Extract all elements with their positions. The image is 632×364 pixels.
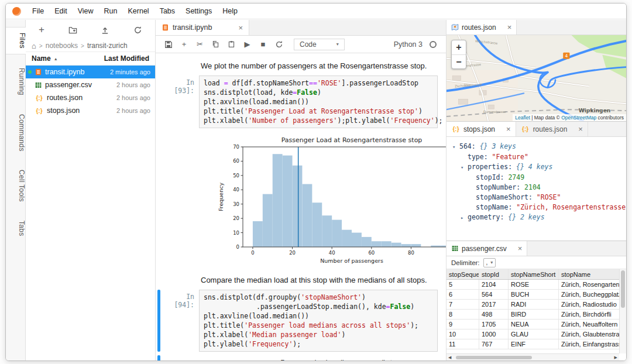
notebook-content[interactable]: We plot the number of passengers at the … xyxy=(156,53,446,360)
delimiter-dropdown[interactable]: , ▾ xyxy=(483,258,496,267)
code-cell-93[interactable]: In [93]: load = df[df.stopNameShort=='RO… xyxy=(156,74,446,130)
column-name-header[interactable]: Name xyxy=(32,54,51,63)
json-tree-row[interactable]: type: "Feature" xyxy=(450,152,623,162)
collapsed-arrow-icon[interactable]: ▸ xyxy=(461,213,468,223)
json-tree-row[interactable]: stopNumber: 2104 xyxy=(450,183,623,193)
cell-type-dropdown[interactable]: Code ▾ xyxy=(294,39,345,50)
tab-transit-ipynb[interactable]: transit.ipynb × xyxy=(156,20,249,35)
csv-row[interactable]: 91705NEUAZürich, Neuaffoltern xyxy=(446,320,619,329)
markdown-cell-2[interactable]: Compare the median load at this stop wit… xyxy=(156,272,446,288)
close-tab-icon[interactable]: × xyxy=(498,125,511,133)
openstreetmap-link[interactable]: OpenStreetMap xyxy=(561,115,596,121)
csv-row[interactable]: 72017RADIZürich, Radiostudio xyxy=(446,300,619,310)
menu-view[interactable]: View xyxy=(73,4,99,19)
csv-row[interactable]: 6564BUCHZürich, Bucheggplatz xyxy=(446,290,619,300)
vertical-scrollbar[interactable] xyxy=(619,269,626,353)
scrollbar-thumb[interactable] xyxy=(621,270,625,308)
menu-run[interactable]: Run xyxy=(99,4,123,19)
close-tab-icon[interactable]: × xyxy=(499,23,512,32)
close-tab-icon[interactable]: × xyxy=(230,23,243,32)
save-button[interactable] xyxy=(160,40,176,49)
json-tree-row[interactable]: stopId: 2749 xyxy=(450,173,623,183)
breadcrumb-notebooks[interactable]: notebooks xyxy=(46,42,78,50)
csv-row[interactable]: 8498BIRDZürich, Birchdörfli xyxy=(446,310,619,320)
copy-cells-button[interactable] xyxy=(208,40,224,48)
tab-routes-json-map[interactable]: routes.json × xyxy=(446,20,517,35)
cell-collapser-active[interactable] xyxy=(157,290,160,352)
sidebar-tab-cell-tools[interactable]: Cell Tools xyxy=(6,164,26,207)
json-key: properties: xyxy=(468,163,516,171)
leaflet-link[interactable]: Leaflet xyxy=(515,115,530,121)
home-icon[interactable]: ⌂ xyxy=(32,42,36,50)
code-cell-94[interactable]: In [94]: sns.distplot(df.groupby('stopNa… xyxy=(156,288,446,353)
csv-header-cell[interactable]: stopNameShort xyxy=(509,269,559,279)
scroll-right-icon[interactable]: ▶ xyxy=(613,354,619,360)
code-editor[interactable]: sns.distplot(df.groupby('stopNameShort')… xyxy=(199,290,438,352)
zoom-out-button[interactable]: − xyxy=(452,54,466,68)
new-folder-button[interactable] xyxy=(68,26,77,35)
restart-kernel-button[interactable] xyxy=(271,40,287,49)
cell-collapser[interactable] xyxy=(157,132,160,270)
refresh-file-list-button[interactable] xyxy=(133,26,142,35)
menu-kernel[interactable]: Kernel xyxy=(123,4,154,19)
sidebar-tab-files[interactable]: Files xyxy=(6,27,26,54)
zoom-in-button[interactable]: + xyxy=(452,40,466,54)
run-cell-button[interactable]: ▶ xyxy=(239,40,255,49)
tab-passenger-csv[interactable]: passenger.csv × xyxy=(446,241,527,256)
chart-title: Passenger Load at Rosengartenstrasse sto… xyxy=(281,136,423,144)
markdown-cell-1[interactable]: We plot the number of passengers at the … xyxy=(156,58,446,74)
menu-edit[interactable]: Edit xyxy=(49,4,73,19)
breadcrumb-transit-zurich[interactable]: transit-zurich xyxy=(87,42,128,50)
file-row-transit-ipynb[interactable]: transit.ipynb 2 minutes ago xyxy=(26,66,155,78)
kernel-name[interactable]: Python 3 xyxy=(394,40,423,49)
close-tab-icon[interactable]: × xyxy=(570,125,583,133)
tab-routes-json[interactable]: {:} routes.json × xyxy=(516,122,588,136)
column-modified-header[interactable]: Last Modified xyxy=(104,54,149,63)
csv-header-cell[interactable]: stopSequence xyxy=(446,269,479,279)
file-row-routes-json[interactable]: {:} routes.json 2 hours ago xyxy=(26,91,155,104)
menu-settings[interactable]: Settings xyxy=(180,4,217,19)
code-editor[interactable]: load = df[df.stopNameShort=='ROSE'].pass… xyxy=(199,75,438,128)
cell-collapser[interactable] xyxy=(157,60,160,72)
close-tab-icon[interactable]: × xyxy=(510,244,523,253)
file-modified: 2 hours ago xyxy=(116,107,150,114)
interrupt-kernel-button[interactable]: ■ xyxy=(255,40,271,49)
scroll-left-icon[interactable]: ◀ xyxy=(446,354,453,360)
menu-tabs[interactable]: Tabs xyxy=(154,4,180,19)
insert-cell-button[interactable]: + xyxy=(176,40,192,49)
cut-cells-button[interactable]: ✂ xyxy=(192,40,208,49)
json-tree-row[interactable]: stopNameShort: "ROSE" xyxy=(450,193,623,202)
tab-stops-json[interactable]: {:} stops.json × xyxy=(446,122,516,136)
scrollbar-thumb[interactable] xyxy=(456,356,532,359)
json-tree-row[interactable]: ▸geometry: {} 2 keys xyxy=(450,212,623,223)
new-launcher-button[interactable]: + xyxy=(39,26,44,34)
json-tree-row[interactable]: ▾properties: {} 4 keys xyxy=(450,162,623,173)
file-modified: 2 hours ago xyxy=(116,81,150,88)
file-row-passenger-csv[interactable]: passenger.csv 2 hours ago xyxy=(26,78,155,91)
map-canvas[interactable]: 4 Wibichstrasse Lehenstrasse Zschokkestr… xyxy=(446,35,626,121)
cell-collapser[interactable] xyxy=(157,75,160,128)
sidebar-tab-tabs[interactable]: Tabs xyxy=(6,215,26,242)
json-tree-row[interactable]: ▾564: {} 3 keys xyxy=(450,142,623,152)
sidebar-tab-commands[interactable]: Commands xyxy=(6,109,26,157)
file-row-stops-json[interactable]: {:} stops.json 2 hours ago xyxy=(26,104,155,117)
paste-cells-button[interactable] xyxy=(224,40,239,48)
json-tree-row[interactable]: stopName: "Zürich, Rosengartenstrasse" xyxy=(450,202,623,212)
menu-help[interactable]: Help xyxy=(217,4,243,19)
csv-row[interactable]: 11767EINFZürich, Einfangstrasse xyxy=(446,339,619,349)
cell-collapser-active[interactable] xyxy=(157,355,160,360)
csv-header-cell[interactable]: stopName xyxy=(559,269,619,279)
cell-collapser[interactable] xyxy=(157,274,160,286)
csv-row[interactable]: 101000GLAUZürich, Glaubtenstrasse xyxy=(446,329,619,339)
menu-file[interactable]: File xyxy=(27,4,49,19)
histogram-passenger-load: 020406080100010203040506070Passenger Loa… xyxy=(216,135,438,269)
expanded-arrow-icon[interactable]: ▾ xyxy=(461,163,468,173)
csv-header-cell[interactable]: stopId xyxy=(479,269,509,279)
csv-row[interactable]: 52104ROSEZürich, Rosengartenstrasse xyxy=(446,280,619,290)
expanded-arrow-icon[interactable]: ▾ xyxy=(452,142,459,152)
sidebar-tab-running[interactable]: Running xyxy=(6,63,26,101)
horizontal-scrollbar[interactable]: ◀ ▶ xyxy=(446,353,619,360)
json-tree[interactable]: ▾564: {} 3 keystype: "Feature"▾propertie… xyxy=(446,137,626,241)
upload-button[interactable] xyxy=(101,26,109,35)
csv-grid[interactable]: stopSequencestopIdstopNameShortstopName … xyxy=(446,269,626,360)
